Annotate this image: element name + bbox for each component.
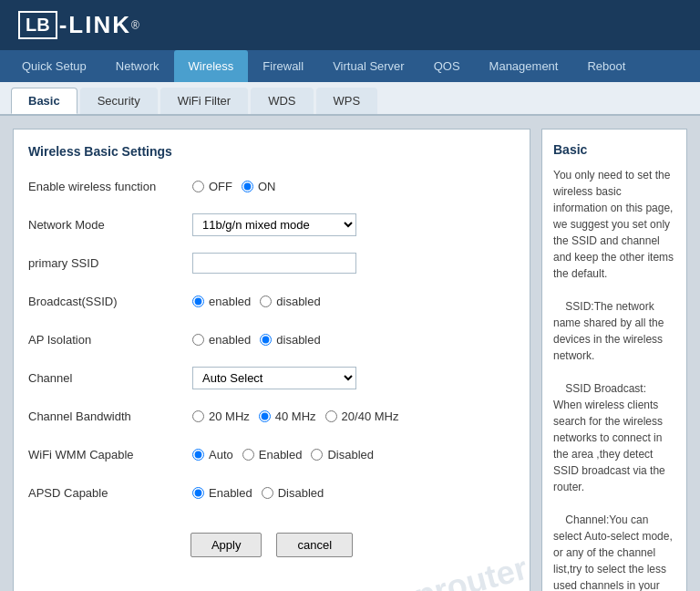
ap-isolation-row: AP Isolation enabled disabled	[28, 327, 515, 352]
channel-row: Channel Auto Select 1 2 3	[28, 365, 515, 390]
bw-20mhz-text: 20 MHz	[209, 410, 250, 423]
help-panel: Basic You only need to set the wireless …	[541, 129, 687, 591]
primary-ssid-input[interactable]	[192, 253, 356, 274]
broadcast-enabled-label[interactable]: enabled	[192, 295, 251, 308]
wmm-enabled-radio[interactable]	[242, 449, 254, 461]
wmm-disabled-radio[interactable]	[311, 449, 323, 461]
help-text: You only need to set the wireless basic …	[553, 167, 675, 591]
wifi-wmm-row: WiFi WMM Capable Auto Enabled Disabled	[28, 441, 515, 467]
tab-basic[interactable]: Basic	[11, 88, 77, 114]
enable-wireless-off-text: OFF	[209, 180, 232, 193]
wmm-enabled-label[interactable]: Enabled	[242, 448, 303, 461]
network-mode-select[interactable]: 11b/g/n mixed mode 11b only 11g only 11n…	[192, 213, 356, 236]
wmm-disabled-label[interactable]: Disabled	[311, 448, 374, 461]
tab-security[interactable]: Security	[80, 88, 158, 114]
ap-isolation-enabled-radio[interactable]	[192, 334, 204, 346]
tab-bar: Basic Security WiFi Filter WDS WPS	[0, 82, 700, 116]
wmm-disabled-text: Disabled	[327, 448, 374, 461]
apsd-disabled-label[interactable]: Disabled	[262, 486, 324, 500]
apsd-row: APSD Capable Enabled Disabled	[28, 480, 515, 505]
bw-40mhz-text: 40 MHz	[275, 410, 316, 423]
enable-wireless-off-label[interactable]: OFF	[192, 180, 232, 193]
header: LB -LINK ®	[0, 0, 700, 50]
broadcast-ssid-row: Broadcast(SSID) enabled disabled	[28, 288, 515, 314]
ap-isolation-disabled-text: disabled	[276, 333, 320, 347]
main-nav: Quick Setup Network Wireless Firewall Vi…	[0, 50, 700, 82]
enable-wireless-on-label[interactable]: ON	[242, 180, 276, 193]
bw-2040mhz-radio[interactable]	[325, 410, 337, 422]
help-title: Basic	[553, 140, 675, 160]
broadcast-disabled-label[interactable]: disabled	[260, 295, 320, 308]
broadcast-disabled-radio[interactable]	[260, 296, 272, 307]
enable-wireless-control: OFF ON	[192, 180, 515, 193]
channel-control: Auto Select 1 2 3	[192, 367, 515, 389]
logo: LB -LINK ®	[18, 11, 139, 39]
button-row: Apply cancel	[28, 524, 515, 557]
primary-ssid-control	[192, 253, 515, 274]
apsd-disabled-text: Disabled	[278, 486, 324, 500]
broadcast-enabled-text: enabled	[209, 295, 251, 308]
ap-isolation-disabled-label[interactable]: disabled	[260, 333, 320, 347]
tab-wds[interactable]: WDS	[251, 88, 313, 114]
logo-link-text: -LINK	[59, 11, 131, 39]
channel-bandwidth-label: Channel Bandwidth	[28, 410, 192, 423]
enable-wireless-on-radio[interactable]	[242, 181, 253, 192]
nav-network[interactable]: Network	[101, 50, 174, 82]
wmm-auto-radio[interactable]	[192, 449, 204, 461]
channel-bandwidth-control: 20 MHz 40 MHz 20/40 MHz	[192, 410, 515, 423]
apply-button[interactable]: Apply	[190, 533, 262, 557]
tab-wifi-filter[interactable]: WiFi Filter	[160, 88, 249, 114]
nav-firewall[interactable]: Firewall	[248, 50, 318, 82]
channel-select[interactable]: Auto Select 1 2 3	[192, 367, 356, 389]
enable-wireless-row: Enable wireless function OFF ON	[28, 173, 515, 199]
broadcast-enabled-radio[interactable]	[192, 296, 204, 307]
form-title: Wireless Basic Settings	[28, 144, 515, 159]
channel-label: Channel	[28, 371, 192, 385]
enable-wireless-off-radio[interactable]	[192, 181, 204, 192]
bw-40mhz-label[interactable]: 40 MHz	[259, 410, 316, 423]
wmm-enabled-text: Enabled	[259, 448, 303, 461]
content-area: Wireless Basic Settings Enable wireless …	[0, 116, 700, 591]
network-mode-row: Network Mode 11b/g/n mixed mode 11b only…	[28, 212, 515, 237]
apsd-disabled-radio[interactable]	[262, 487, 273, 499]
network-mode-control: 11b/g/n mixed mode 11b only 11g only 11n…	[192, 213, 515, 236]
nav-qos[interactable]: QOS	[419, 50, 475, 82]
ap-isolation-enabled-label[interactable]: enabled	[192, 333, 251, 347]
tab-wps[interactable]: WPS	[316, 88, 378, 114]
cancel-button[interactable]: cancel	[276, 533, 353, 557]
bw-20mhz-radio[interactable]	[192, 410, 204, 422]
apsd-label: APSD Capable	[28, 486, 192, 500]
broadcast-disabled-text: disabled	[276, 295, 320, 308]
ap-isolation-control: enabled disabled	[192, 333, 515, 347]
bw-20mhz-label[interactable]: 20 MHz	[192, 410, 250, 423]
enable-wireless-on-text: ON	[258, 180, 276, 193]
wifi-wmm-control: Auto Enabled Disabled	[192, 448, 515, 461]
nav-reboot[interactable]: Reboot	[572, 50, 640, 82]
channel-bandwidth-row: Channel Bandwidth 20 MHz 40 MHz 20/40 MH…	[28, 403, 515, 429]
ap-isolation-disabled-radio[interactable]	[260, 334, 272, 346]
nav-wireless[interactable]: Wireless	[174, 50, 249, 82]
primary-ssid-row: primary SSID	[28, 250, 515, 275]
apsd-enabled-radio[interactable]	[192, 487, 204, 499]
bw-40mhz-radio[interactable]	[259, 410, 271, 422]
apsd-control: Enabled Disabled	[192, 486, 515, 500]
wmm-auto-text: Auto	[209, 448, 233, 461]
ap-isolation-enabled-text: enabled	[209, 333, 251, 347]
enable-wireless-label: Enable wireless function	[28, 180, 192, 193]
form-panel: Wireless Basic Settings Enable wireless …	[13, 129, 530, 591]
ap-isolation-label: AP Isolation	[28, 333, 192, 347]
nav-quick-setup[interactable]: Quick Setup	[7, 50, 101, 82]
bw-2040mhz-text: 20/40 MHz	[342, 410, 399, 423]
wifi-wmm-label: WiFi WMM Capable	[28, 448, 192, 461]
network-mode-label: Network Mode	[28, 218, 192, 232]
nav-management[interactable]: Management	[475, 50, 573, 82]
logo-registered: ®	[131, 19, 139, 32]
logo-lb-box: LB	[18, 11, 57, 39]
nav-virtual-server[interactable]: Virtual Server	[318, 50, 419, 82]
apsd-enabled-label[interactable]: Enabled	[192, 486, 252, 500]
broadcast-ssid-control: enabled disabled	[192, 295, 515, 308]
wmm-auto-label[interactable]: Auto	[192, 448, 233, 461]
apsd-enabled-text: Enabled	[209, 486, 252, 500]
bw-2040mhz-label[interactable]: 20/40 MHz	[325, 410, 399, 423]
broadcast-ssid-label: Broadcast(SSID)	[28, 295, 192, 308]
